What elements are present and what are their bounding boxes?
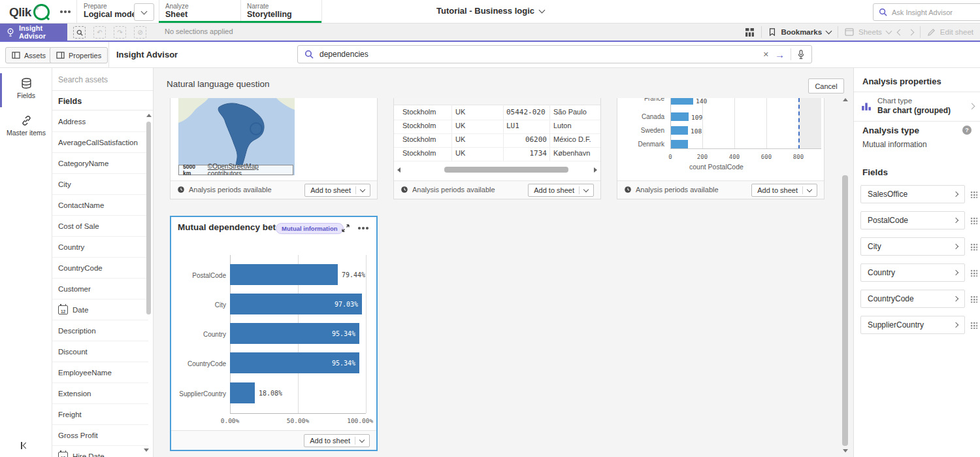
search-selections-icon[interactable] (73, 26, 86, 39)
scroll-right-icon[interactable] (594, 167, 597, 173)
assets-tab-button[interactable]: Assets (5, 47, 52, 63)
tab-separator (240, 0, 241, 23)
bar-value-label: 95.34% (332, 330, 355, 337)
scrollbar-thumb[interactable] (444, 167, 568, 173)
assets-scrollbar[interactable] (146, 114, 151, 375)
add-to-sheet-button[interactable]: Add to sheet (304, 434, 370, 447)
add-to-sheet-button[interactable]: Add to sheet (751, 184, 817, 197)
map-chart-card[interactable]: 5000 km ©OpenStreetMap contributors Anal… (170, 98, 378, 199)
help-icon[interactable] (962, 126, 972, 135)
drag-handle-icon[interactable] (970, 322, 977, 329)
field-item[interactable]: CategoryName (52, 153, 148, 174)
chart-options-icon[interactable] (358, 227, 361, 229)
tab-prepare-label: Logical model (84, 10, 139, 19)
rail-fields-item[interactable]: Fields (0, 72, 52, 104)
bookmarks-button[interactable]: Bookmarks (768, 27, 831, 37)
chevron-down-icon (807, 186, 812, 192)
field-item[interactable]: Discount (52, 341, 148, 362)
field-pill[interactable]: City (860, 237, 965, 256)
main-scrollbar-thumb[interactable] (842, 175, 848, 446)
field-pill[interactable]: PostalCode (860, 211, 965, 229)
chevron-right-icon (953, 296, 958, 301)
submit-search-icon[interactable]: → (775, 49, 785, 60)
microphone-icon[interactable] (797, 50, 805, 59)
scroll-up-icon[interactable] (843, 98, 848, 101)
tab-prepare[interactable]: Prepare Logical model (84, 3, 139, 19)
field-item[interactable]: CountryCode (52, 258, 148, 279)
field-pill[interactable]: SalesOffice (860, 185, 965, 203)
ask-insight-advisor-input[interactable]: Ask Insight Advisor (873, 3, 980, 21)
add-to-sheet-button[interactable]: Add to sheet (304, 184, 370, 197)
map-visualization[interactable]: 5000 km ©OpenStreetMap contributors (178, 98, 295, 175)
chart-type-row[interactable]: Chart type Bar chart (grouped) (854, 92, 980, 122)
field-item[interactable]: Extension (52, 383, 148, 404)
drag-handle-icon[interactable] (970, 269, 977, 277)
field-item[interactable]: Country (52, 237, 148, 258)
analysis-periods-note: Analysis periods available (400, 186, 495, 194)
mutual-dependency-chart-card[interactable]: Mutual dependency bet... Mutual informat… (170, 216, 378, 451)
field-item[interactable]: Gross Profit (52, 425, 148, 446)
horizontal-scrollbar[interactable] (394, 165, 600, 175)
scroll-up-icon[interactable] (146, 114, 152, 117)
field-pill-label: City (868, 242, 881, 251)
x-tick: 50.00% (287, 417, 309, 424)
drag-handle-icon[interactable] (970, 217, 977, 224)
field-item[interactable]: City (52, 174, 148, 195)
field-pill[interactable]: SupplierCountry (860, 316, 965, 334)
field-item[interactable]: ContactName (52, 195, 148, 216)
table-row[interactable]: Stockholm UK 06200 México D.F. (394, 133, 600, 148)
bar[interactable] (671, 112, 689, 121)
bar[interactable] (230, 382, 255, 403)
field-item[interactable]: 12Hire Date (52, 446, 148, 457)
field-item[interactable]: EmployeeName (52, 362, 148, 383)
field-item[interactable]: 12Date (52, 299, 148, 320)
clear-selections-icon: ⊘ (134, 26, 146, 39)
field-item[interactable]: Address (52, 111, 148, 132)
field-item[interactable]: Cost of Sale (52, 216, 148, 237)
expand-icon[interactable] (341, 224, 350, 233)
bar[interactable] (230, 264, 338, 285)
drag-handle-icon[interactable] (970, 243, 977, 250)
rail-master-items[interactable]: Master items (0, 109, 52, 141)
properties-tab-button[interactable]: Properties (50, 47, 108, 63)
osm-attribution-link[interactable]: ©OpenStreetMap contributors (208, 163, 290, 175)
drag-handle-icon[interactable] (970, 191, 977, 198)
field-item[interactable]: Description (52, 320, 148, 341)
tab-narrate[interactable]: Narrate Storytelling (247, 3, 292, 19)
scroll-down-icon[interactable] (144, 449, 149, 452)
field-item[interactable]: AverageCallSatisfaction (52, 132, 148, 153)
tab-analyze[interactable]: Analyze Sheet (165, 3, 189, 19)
scroll-down-icon[interactable] (843, 449, 848, 452)
table-row[interactable]: Stockholm UK 05442-020 São Paulo (394, 106, 600, 120)
field-pill[interactable]: Country (860, 263, 965, 282)
search-query-text: dependencies (319, 50, 757, 59)
clear-search-icon[interactable]: ✕ (763, 50, 769, 59)
properties-panel-icon (56, 52, 65, 59)
search-assets-input[interactable]: Search assets (58, 75, 108, 84)
scrollbar-thumb[interactable] (146, 122, 151, 314)
table-row[interactable]: Stockholm UK 1734 København (394, 147, 600, 161)
app-title-menu[interactable]: Tutorial - Business logic (436, 6, 544, 16)
field-item[interactable]: Customer (52, 279, 148, 299)
nlq-search-bar[interactable]: dependencies ✕ → (297, 45, 812, 63)
field-label: AverageCallSatisfaction (58, 139, 138, 146)
insight-advisor-title: Insight Advisor (116, 50, 178, 59)
gridline (702, 98, 703, 149)
bar[interactable] (671, 98, 693, 105)
table-row[interactable]: Stockholm UK LU1 Luton (394, 120, 600, 134)
prepare-dropdown-button[interactable] (134, 3, 154, 21)
scroll-left-icon[interactable] (397, 167, 400, 173)
bar[interactable] (671, 126, 688, 135)
insight-advisor-button[interactable]: Insight Advisor (0, 24, 67, 41)
cancel-button[interactable]: Cancel (808, 78, 844, 93)
chart-toggle-grid-icon[interactable] (745, 27, 755, 37)
bar[interactable] (671, 140, 688, 148)
table-chart-card[interactable]: Stockholm UK 05442-020 São Paulo Stockho… (393, 98, 601, 199)
drag-handle-icon[interactable] (970, 296, 977, 303)
field-item[interactable]: Freight (52, 404, 148, 425)
more-menu-icon[interactable] (60, 10, 63, 13)
field-pill[interactable]: CountryCode (860, 290, 965, 308)
collapse-panel-icon[interactable] (21, 442, 28, 449)
add-to-sheet-button[interactable]: Add to sheet (528, 184, 594, 197)
bar-chart-card[interactable]: France 140 Canada 109 Sweden 108 Denmark… (617, 98, 825, 199)
